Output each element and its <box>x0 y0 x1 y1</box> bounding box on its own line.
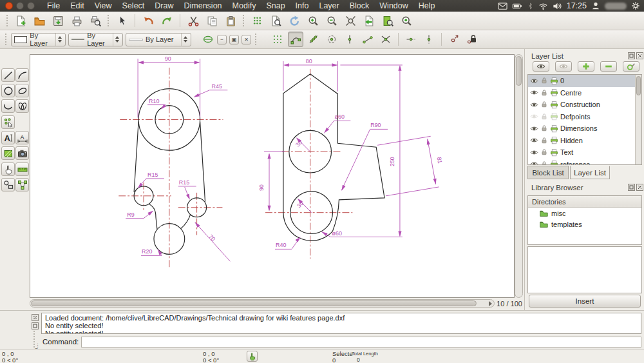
pen-color-select[interactable]: By Layer <box>11 33 66 46</box>
library-folder-templates[interactable]: templates <box>528 219 641 230</box>
block-button[interactable] <box>15 178 29 191</box>
undo-button[interactable] <box>140 13 156 28</box>
minimize-button[interactable] <box>16 2 24 10</box>
menu-view[interactable]: View <box>90 1 117 10</box>
dock-restore-button[interactable]: ▣ <box>229 35 239 44</box>
lock-relative-zero-button[interactable] <box>464 32 480 47</box>
toolbar-grip[interactable] <box>5 34 7 45</box>
add-layer-button[interactable] <box>578 61 594 72</box>
copy-button[interactable] <box>204 13 220 28</box>
save-button[interactable] <box>50 13 66 28</box>
username-blurred[interactable] <box>605 3 627 10</box>
vscroll-thumb[interactable] <box>516 56 522 86</box>
draw-text-button[interactable] <box>1 131 15 144</box>
menu-dimension[interactable]: Dimension <box>179 1 227 10</box>
layer-list-float-button[interactable] <box>628 52 635 59</box>
toolbar-grip[interactable] <box>255 34 257 45</box>
draw-polyline-button[interactable] <box>1 99 15 113</box>
print-icon[interactable] <box>550 124 558 133</box>
set-relative-zero-button[interactable] <box>446 32 462 47</box>
layer-scroll-thumb[interactable] <box>636 76 641 95</box>
zoom-in-button[interactable] <box>305 13 321 28</box>
print-icon[interactable] <box>550 88 558 97</box>
draw-circle-button[interactable] <box>1 84 15 97</box>
print-button[interactable] <box>69 13 84 28</box>
layer-row[interactable]: reference <box>528 159 641 166</box>
snap-middle-button[interactable] <box>342 32 357 47</box>
lock-icon[interactable] <box>540 124 548 132</box>
library-close-button[interactable] <box>636 184 643 191</box>
layer-row[interactable]: Dimensions <box>528 123 641 135</box>
explode-button[interactable] <box>1 178 15 191</box>
menu-modify[interactable]: Modify <box>227 1 261 10</box>
eye-icon[interactable] <box>530 77 538 85</box>
spinner[interactable] <box>55 34 64 46</box>
menu-window[interactable]: Window <box>374 1 413 10</box>
library-float-button[interactable] <box>628 184 635 191</box>
show-all-layers-button[interactable] <box>533 61 549 72</box>
tab-block-list[interactable]: Block List <box>527 166 569 179</box>
toolbar-grip[interactable] <box>243 15 245 26</box>
print-icon[interactable] <box>550 148 558 157</box>
zoom-previous-button[interactable] <box>361 13 377 28</box>
tab-layer-list[interactable]: Layer List <box>570 166 610 179</box>
eye-icon[interactable] <box>530 88 538 97</box>
pointer-button[interactable] <box>114 13 129 28</box>
eye-icon[interactable] <box>530 148 538 157</box>
snap-center-button[interactable] <box>324 32 339 47</box>
volume-icon[interactable] <box>553 1 562 11</box>
print-icon[interactable] <box>550 101 558 109</box>
dimension-button[interactable] <box>15 131 29 144</box>
layer-row[interactable]: Centre <box>528 87 641 99</box>
clock[interactable]: 17:25 <box>567 1 587 10</box>
hide-all-layers-button[interactable] <box>555 61 572 72</box>
snap-distance-button[interactable] <box>360 32 375 47</box>
lock-icon[interactable] <box>540 113 548 121</box>
eye-icon[interactable] <box>530 136 538 144</box>
library-folder-misc[interactable]: misc <box>528 208 641 219</box>
zoom-auto-button[interactable] <box>343 13 358 28</box>
redraw-button[interactable] <box>287 13 302 28</box>
menu-file[interactable]: File <box>42 1 65 10</box>
wifi-icon[interactable] <box>538 1 548 11</box>
hscroll-thumb[interactable] <box>31 300 477 306</box>
command-close-button[interactable] <box>32 314 39 321</box>
cut-button[interactable] <box>185 13 201 28</box>
pen-linetype-select[interactable]: By Layer <box>126 33 191 46</box>
lock-icon[interactable] <box>540 148 548 156</box>
layer-row[interactable]: Text <box>528 146 641 159</box>
lock-icon[interactable] <box>540 89 548 97</box>
modify-layer-button[interactable] <box>623 61 639 72</box>
redo-button[interactable] <box>159 13 175 28</box>
lock-icon[interactable] <box>540 137 548 144</box>
battery-icon[interactable] <box>512 1 522 11</box>
draw-spline-button[interactable] <box>15 99 29 113</box>
dock-minimize-button[interactable]: − <box>217 35 227 44</box>
dock-close-button[interactable]: ✕ <box>242 35 251 44</box>
print-icon[interactable] <box>550 160 558 165</box>
hscroll-right-arrow[interactable] <box>489 301 492 306</box>
insert-image-button[interactable] <box>15 146 29 160</box>
new-document-button[interactable] <box>13 13 28 28</box>
restrict-horizontal-button[interactable] <box>403 32 419 47</box>
selection-mode-button[interactable] <box>247 351 258 362</box>
layer-row[interactable]: Defpoints <box>528 111 641 123</box>
user-icon[interactable] <box>591 1 600 10</box>
print-icon[interactable] <box>550 112 558 121</box>
zoom-out-button[interactable] <box>324 13 339 28</box>
hatch-button[interactable] <box>1 146 15 160</box>
zoom-window-button[interactable] <box>268 13 283 28</box>
lock-icon[interactable] <box>540 161 548 165</box>
print-icon[interactable] <box>550 136 558 144</box>
maximize-button[interactable] <box>27 2 35 10</box>
eye-icon[interactable] <box>530 124 538 133</box>
menu-snap[interactable]: Snap <box>261 1 290 10</box>
restrict-vertical-button[interactable] <box>421 32 437 47</box>
menu-help[interactable]: Help <box>413 1 440 10</box>
draw-point-button[interactable] <box>1 115 15 129</box>
zoom-page-button[interactable] <box>380 13 395 28</box>
menu-select[interactable]: Select <box>117 1 150 10</box>
menu-layer[interactable]: Layer <box>314 1 344 10</box>
bluetooth-icon[interactable] <box>527 1 534 11</box>
gear-icon[interactable] <box>631 1 640 10</box>
